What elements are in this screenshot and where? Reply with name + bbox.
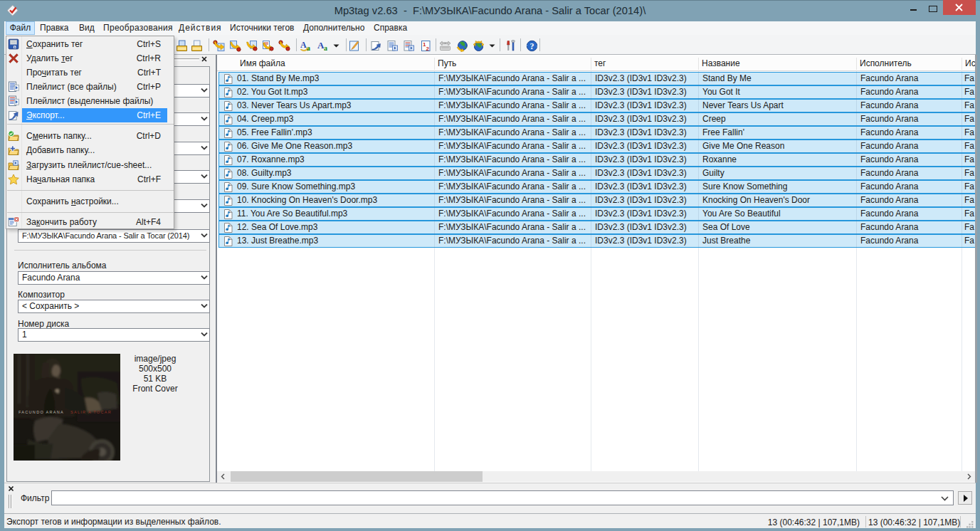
svg-text:a: a	[324, 44, 327, 52]
svg-text:FACUNDO ARANA: FACUNDO ARANA	[19, 410, 64, 414]
svg-text:2: 2	[426, 46, 430, 52]
svg-text:SALIR A TOCAR: SALIR A TOCAR	[70, 410, 112, 414]
svg-text:A: A	[300, 40, 307, 50]
svg-text:a: a	[307, 44, 310, 52]
svg-text:?: ?	[530, 41, 534, 51]
